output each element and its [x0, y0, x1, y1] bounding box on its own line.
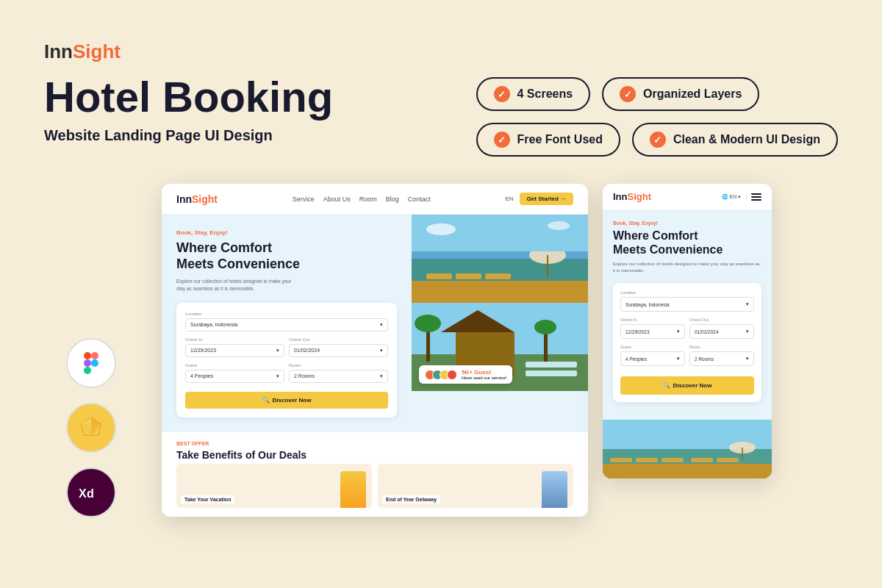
discover-now-button-mobile[interactable]: 🔍 Discover Now [620, 376, 754, 395]
mobile-location-select[interactable]: Surabaya, Indonesia ▾ [620, 297, 754, 312]
mobile-mockup: InnSight 🌐 EN ▾ | Book, Stay, Enjoy! Whe… [603, 184, 772, 478]
desktop-nav-logo: InnSight [176, 193, 218, 205]
mobile-nav-right: 🌐 EN ▾ | [722, 193, 761, 201]
mobile-tagline: Book, Stay, Enjoy! [613, 220, 761, 226]
svg-point-20 [548, 221, 570, 230]
guest-chevron-icon: ▾ [276, 373, 279, 379]
desktop-hero: Book, Stay, Enjoy! Where ComfortMeets Co… [162, 215, 588, 432]
mobile-checkin-chevron-icon: ▾ [677, 329, 680, 334]
nav-link-blog[interactable]: Blog [386, 196, 399, 203]
page-subtitle: Website Landing Page UI Design [44, 127, 397, 144]
check-icon-screens: ✓ [494, 86, 510, 102]
mobile-discover-label: Discover Now [673, 382, 712, 389]
guest-info: 5K+ Guest Have used our service! [462, 369, 506, 380]
date-row: Check In 12/29/2023 ▾ Check Out 01/02/20… [185, 337, 388, 363]
check-icon-organized: ✓ [620, 86, 636, 102]
desktop-mockup: InnSight Service About Us Room Blog Cont… [162, 184, 588, 517]
logo-inn: Inn [44, 40, 73, 62]
nav-link-room[interactable]: Room [359, 196, 377, 203]
svg-point-3 [91, 359, 98, 367]
sketch-icon [66, 403, 116, 453]
location-select[interactable]: Surabaya, Indonesia ▾ [185, 318, 388, 331]
mobile-date-row: Check In 12/29/2023 ▾ Check Out 01/02/20… [620, 318, 754, 345]
desktop-bottom: BEST OFFER Take Benefits of Our Deals Ta… [162, 432, 588, 517]
svg-rect-12 [412, 281, 588, 303]
hut-image: 5K+ Guest Have used our service! [412, 303, 588, 391]
location-label: Location [185, 312, 388, 316]
top-logo: InnSight [44, 40, 397, 63]
mobile-checkin-value: 12/29/2023 [625, 329, 650, 334]
guest-field: Guest 4 Peoples ▾ [185, 363, 284, 383]
checkout-chevron-icon: ▾ [380, 348, 383, 354]
mobile-checkout-chevron-icon: ▾ [746, 329, 749, 334]
mobile-checkin-label: Check In [620, 318, 685, 322]
guest-select[interactable]: 4 Peoples ▾ [185, 370, 284, 383]
desktop-logo-inn: Inn [176, 193, 192, 205]
mobile-room-chevron-icon: ▾ [746, 356, 749, 362]
mobile-location-field: Location Surabaya, Indonesia ▾ [620, 290, 754, 312]
hamburger-menu-icon[interactable] [751, 193, 761, 201]
mobile-checkout-label: Check Out [689, 318, 754, 322]
mobile-logo-inn: Inn [613, 191, 628, 202]
desktop-cta-btn[interactable]: Get Started → [520, 193, 573, 205]
check-icon-modern: ✓ [650, 132, 666, 148]
svg-point-26 [415, 315, 441, 332]
nav-link-contact[interactable]: Contact [408, 196, 431, 203]
badge-modern-label: Clean & Modern UI Design [673, 133, 820, 146]
mobile-checkout-select[interactable]: 01/02/2024 ▾ [689, 324, 754, 339]
mobile-desc: Explore our collection of hotels designe… [613, 261, 761, 274]
mobile-location-chevron-icon: ▾ [746, 301, 749, 307]
guest-avatars [425, 370, 457, 380]
svg-point-28 [534, 320, 556, 334]
mobile-guest-select[interactable]: 4 Peoples ▾ [620, 351, 685, 366]
mobile-guest-chevron-icon: ▾ [677, 356, 680, 362]
checkin-chevron-icon: ▾ [276, 348, 279, 354]
tool-icons: Xd [66, 338, 116, 517]
checkin-label: Check In [185, 337, 284, 342]
nav-link-service[interactable]: Service [293, 196, 315, 203]
mobile-guest-room-row: Guest 4 Peoples ▾ Room 2 Rooms ▾ [620, 345, 754, 372]
checkout-label: Check Out [289, 337, 388, 342]
deal-person-2 [542, 471, 567, 508]
svg-rect-33 [603, 464, 772, 478]
mobile-location-value: Surabaya, Indonesia [625, 302, 670, 307]
guest-badge: 5K+ Guest Have used our service! [419, 365, 512, 384]
room-select[interactable]: 2 Rooms ▾ [289, 370, 388, 383]
guest-value: 4 Peoples [190, 373, 213, 379]
mobile-search-icon: 🔍 [663, 382, 670, 389]
checkout-select[interactable]: 01/02/2024 ▾ [289, 344, 388, 357]
room-field: Room 2 Rooms ▾ [289, 363, 388, 383]
check-icon-font: ✓ [494, 132, 510, 148]
badge-organized-label: Organized Layers [643, 87, 742, 101]
room-chevron-icon: ▾ [380, 373, 383, 379]
location-chevron-icon: ▾ [380, 322, 383, 328]
discover-now-button-desktop[interactable]: 🔍 Discover Now [185, 392, 388, 409]
nav-lang[interactable]: EN [506, 196, 514, 202]
mobile-checkout-field: Check Out 01/02/2024 ▾ [689, 318, 754, 339]
mobile-room-select[interactable]: 2 Rooms ▾ [689, 351, 754, 366]
guest-label: Guest [185, 363, 284, 368]
svg-rect-14 [456, 273, 481, 279]
mobile-room-label: Room [689, 345, 754, 349]
checkin-field: Check In 12/29/2023 ▾ [185, 337, 284, 357]
mobile-checkin-select[interactable]: 12/29/2023 ▾ [620, 324, 685, 339]
nav-link-about[interactable]: About Us [323, 196, 351, 203]
mobile-lang[interactable]: 🌐 EN ▾ [722, 194, 742, 200]
room-value: 2 Rooms [294, 373, 315, 379]
mobile-title: Where ComfortMeets Convenience [613, 229, 761, 257]
guest-count: 5K+ Guest [462, 369, 506, 376]
checkin-value: 12/29/2023 [190, 348, 216, 353]
svg-rect-34 [610, 458, 632, 462]
divider: | [745, 194, 747, 199]
checkout-value: 01/02/2024 [294, 348, 320, 353]
checkin-select[interactable]: 12/29/2023 ▾ [185, 344, 284, 357]
svg-rect-36 [662, 458, 684, 462]
badges-row-2: ✓ Free Font Used ✓ Clean & Modern UI Des… [476, 123, 839, 157]
badges-area: ✓ 4 Screens ✓ Organized Layers ✓ Free Fo… [476, 77, 839, 157]
left-panel: InnSight Hotel Booking Website Landing P… [44, 40, 397, 166]
pool-image [412, 215, 588, 303]
desktop-hero-images: 5K+ Guest Have used our service! [412, 215, 588, 432]
booking-form: Location Surabaya, Indonesia ▾ Check In … [176, 303, 397, 417]
svg-point-19 [426, 223, 456, 235]
page-main-title: Hotel Booking [44, 75, 397, 120]
